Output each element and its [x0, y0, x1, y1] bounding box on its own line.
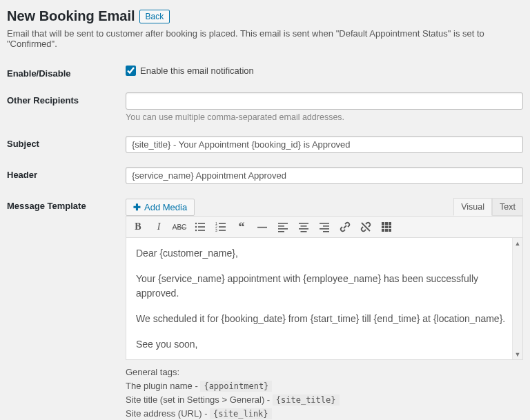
hr-icon[interactable]: —: [255, 219, 270, 234]
page-subtitle: Email that will be sent to customer afte…: [7, 28, 523, 49]
svg-rect-18: [299, 228, 308, 230]
svg-rect-17: [301, 226, 307, 227]
italic-icon[interactable]: I: [151, 219, 166, 234]
svg-rect-25: [385, 222, 388, 225]
tag-line: Site address (URL) - {site_link}: [126, 407, 523, 420]
tag-code: {site_title}: [273, 394, 340, 406]
svg-rect-26: [389, 222, 391, 225]
svg-rect-3: [198, 226, 205, 228]
page-title: New Booking Email: [7, 8, 135, 24]
recipients-hint: You can use multiple comma-separated ema…: [126, 112, 523, 122]
tag-code: {appointment}: [200, 381, 272, 392]
back-button[interactable]: Back: [139, 10, 170, 23]
header-label: Header: [7, 167, 126, 184]
blockquote-icon[interactable]: “: [234, 219, 249, 234]
link-icon[interactable]: [337, 219, 353, 234]
svg-rect-21: [323, 226, 329, 227]
strikethrough-icon[interactable]: ABC: [172, 219, 187, 234]
unlink-icon[interactable]: [358, 219, 373, 234]
tab-visual[interactable]: Visual: [453, 198, 492, 216]
svg-rect-28: [385, 226, 388, 228]
editor-toolbar: B I ABC 123 “ —: [126, 216, 523, 238]
scroll-down-icon[interactable]: ▼: [513, 349, 522, 359]
tag-code: {site_link}: [210, 408, 271, 419]
editor-line: Your {service_name} appointment with {em…: [136, 272, 513, 301]
svg-rect-5: [198, 230, 205, 231]
align-left-icon[interactable]: [275, 219, 291, 234]
svg-rect-15: [278, 231, 284, 232]
editor-line: We scheduled it for {booking_date} from …: [136, 312, 513, 326]
svg-rect-32: [389, 229, 391, 232]
numbered-list-icon[interactable]: 123: [213, 219, 228, 234]
scroll-up-icon[interactable]: ▲: [513, 238, 522, 248]
editor-scrollbar[interactable]: ▲ ▼: [512, 238, 522, 359]
svg-rect-14: [278, 228, 288, 230]
svg-rect-13: [278, 226, 284, 227]
enable-label: Enable/Disable: [7, 66, 126, 79]
tags-heading: General tags:: [126, 366, 523, 379]
recipients-label: Other Recipients: [7, 92, 126, 122]
svg-rect-1: [198, 223, 205, 224]
svg-rect-20: [320, 223, 329, 224]
media-icon: ✚: [133, 202, 141, 212]
svg-point-4: [195, 230, 197, 231]
svg-rect-19: [301, 231, 307, 232]
tag-line: The plugin name - {appointment}: [126, 379, 523, 393]
header-input[interactable]: [126, 167, 523, 184]
editor-line: Dear {customer_name},: [136, 246, 513, 261]
bold-icon[interactable]: B: [130, 219, 146, 234]
svg-text:3: 3: [215, 228, 217, 232]
message-editor[interactable]: Dear {customer_name}, Your {service_name…: [126, 238, 522, 359]
svg-point-2: [195, 226, 197, 228]
enable-checkbox-label: Enable this email notification: [140, 66, 254, 76]
svg-rect-9: [219, 226, 226, 228]
svg-rect-29: [389, 226, 391, 228]
editor-line: See you soon,: [136, 337, 513, 352]
toolbar-toggle-icon[interactable]: [379, 219, 394, 234]
general-tags-block: General tags: The plugin name - {appoint…: [126, 366, 523, 420]
svg-rect-27: [382, 226, 384, 228]
bullet-list-icon[interactable]: [193, 219, 208, 234]
subject-label: Subject: [7, 136, 126, 153]
svg-rect-12: [278, 223, 288, 224]
svg-rect-16: [299, 223, 308, 224]
svg-rect-24: [382, 222, 384, 225]
template-label: Message Template: [7, 198, 126, 420]
tab-text[interactable]: Text: [492, 198, 523, 216]
align-center-icon[interactable]: [296, 219, 311, 234]
add-media-button[interactable]: ✚ Add Media: [126, 199, 195, 216]
add-media-label: Add Media: [144, 202, 187, 212]
enable-checkbox[interactable]: [126, 66, 136, 76]
svg-rect-31: [385, 229, 388, 232]
recipients-input[interactable]: [126, 92, 523, 110]
svg-rect-7: [219, 223, 226, 224]
svg-rect-23: [323, 231, 329, 232]
align-right-icon[interactable]: [317, 219, 332, 234]
svg-rect-11: [219, 230, 226, 231]
svg-rect-22: [320, 228, 329, 230]
svg-point-0: [195, 223, 197, 224]
subject-input[interactable]: [126, 136, 523, 153]
svg-rect-30: [382, 229, 384, 232]
tag-line: Site title (set in Settings > General) -…: [126, 393, 523, 407]
